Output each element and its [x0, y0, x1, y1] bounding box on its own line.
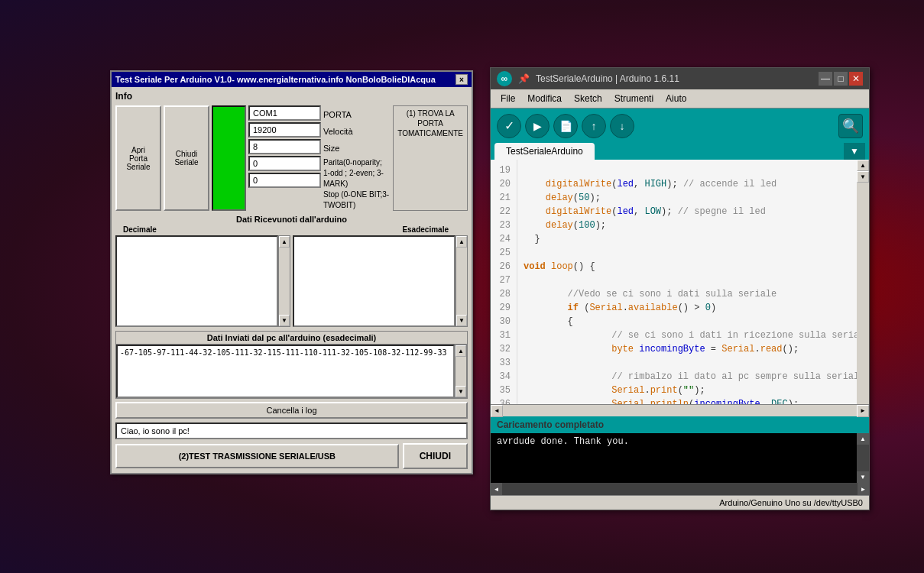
maximize-button[interactable]: □: [834, 72, 848, 86]
esadecimale-content: [293, 235, 456, 327]
size-label: Size: [323, 141, 391, 156]
code-scroll-down[interactable]: ▼: [857, 171, 869, 183]
decimale-scroll-down[interactable]: ▼: [279, 315, 290, 326]
minimize-button[interactable]: —: [819, 72, 832, 86]
dati-ricevuti-header: Dati Ricevunoti dall'arduino: [115, 215, 468, 224]
parity-text: Parita(0-noparity; 1-odd ; 2-even; 3-MAR…: [323, 157, 391, 189]
line-numbers: 19 20 21 22 23 24 25 26 27 28 29 30 31 3…: [491, 160, 517, 404]
arduino-toolbar: ✓ ▶ 📄 ↑ ↓ 🔍: [491, 108, 869, 143]
h-scroll-track: [503, 405, 857, 416]
new-button[interactable]: 📄: [553, 114, 578, 138]
sent-data-content: -67-105-97-111-44-32-105-111-32-115-111-…: [116, 345, 455, 398]
pin-icon: 📌: [518, 73, 530, 84]
sent-data-scrollbar[interactable]: ▲ ▼: [455, 345, 467, 398]
console-wrapper: avrdude done. Thank you. ▲ ▼ ◄ ►: [491, 433, 869, 495]
chiudi-button[interactable]: CHIUDI: [403, 443, 468, 469]
window-controls: — □ ✕: [819, 72, 863, 86]
esadecimale-scroll-up[interactable]: ▲: [456, 236, 467, 248]
top-section: Apri Porta Seriale Chiudi Seriale PORTA …: [115, 105, 468, 211]
menu-strumenti[interactable]: Strumenti: [608, 91, 660, 106]
h-scroll-left[interactable]: ◄: [491, 405, 503, 417]
code-content[interactable]: digitalWrite(led, HIGH); // accende il l…: [517, 160, 857, 404]
dati-inviati-section: Dati Inviati dal pc all'arduino (esadeci…: [115, 331, 468, 399]
tab-test-seriale[interactable]: TestSerialeArduino: [494, 143, 595, 160]
left-window: Test Seriale Per Arduino V1.0- www.energ…: [110, 70, 473, 474]
open-button[interactable]: ↑: [582, 114, 606, 138]
console-scroll-up[interactable]: ▲: [857, 433, 869, 445]
left-window-close-button[interactable]: ×: [456, 74, 468, 85]
port-field[interactable]: [248, 105, 321, 121]
tab-dropdown[interactable]: ▼: [844, 143, 865, 160]
decimale-label: Decimale: [123, 225, 157, 234]
console-scroll-down[interactable]: ▼: [857, 471, 869, 483]
esadecimale-label: Esadecimale: [402, 225, 449, 234]
menu-modifica[interactable]: Modifica: [521, 91, 568, 106]
console-h-right[interactable]: ►: [858, 483, 869, 495]
parity-field[interactable]: [248, 156, 321, 171]
status-bar: Caricamento completato: [491, 416, 869, 433]
stop-field[interactable]: [248, 173, 321, 188]
info-label: Info: [115, 91, 468, 102]
arduino-title: TestSerialeArduino | Arduino 1.6.11: [536, 73, 679, 84]
code-editor: 19 20 21 22 23 24 25 26 27 28 29 30 31 3…: [491, 160, 869, 404]
bottom-buttons: (2)TEST TRASMISSIONE SERIALE/USB CHIUDI: [115, 443, 468, 469]
input-row: [115, 422, 468, 439]
verify-button[interactable]: ✓: [497, 114, 521, 138]
labels-column: PORTA Velocità Size Parita(0-noparity; 1…: [323, 105, 391, 211]
message-input[interactable]: [115, 422, 468, 439]
trova-box[interactable]: (1) TROVA LA PORTA TOMATICAMENTE: [393, 105, 468, 211]
parity-section: Parita(0-noparity; 1-odd ; 2-even; 3-MAR…: [323, 157, 391, 211]
cancella-log-button[interactable]: Cancella i log: [115, 402, 468, 419]
stop-text: Stop (0-ONE BIT;3-TWOBIT): [323, 189, 391, 211]
baud-field[interactable]: [248, 122, 321, 138]
green-indicator: [212, 105, 246, 211]
dati-ricevuti-section: Dati Ricevunoti dall'arduino Decimale Es…: [115, 215, 468, 327]
menu-sketch[interactable]: Sketch: [568, 91, 608, 106]
esadecimale-scrollbox: ▲ ▼: [293, 235, 468, 327]
console-area: avrdude done. Thank you.: [491, 433, 857, 483]
arduino-titlebar: ∞ 📌 TestSerialeArduino | Arduino 1.6.11 …: [491, 68, 869, 89]
decimale-scrollbox: ▲ ▼: [115, 235, 290, 327]
chiudi-seriale-button[interactable]: Chiudi Seriale: [164, 105, 209, 211]
console-h-left[interactable]: ◄: [491, 483, 502, 495]
left-window-body: Info Apri Porta Seriale Chiudi Seriale P…: [112, 87, 472, 473]
size-field[interactable]: [248, 139, 321, 154]
console-scrollbar[interactable]: ▲ ▼: [857, 433, 869, 483]
decimale-scrollbar[interactable]: ▲ ▼: [278, 235, 290, 327]
decimale-content: [115, 235, 278, 327]
save-button[interactable]: ↓: [610, 114, 634, 138]
velocita-label: Velocità: [323, 124, 391, 139]
menu-file[interactable]: File: [494, 91, 521, 106]
status-text: Caricamento completato: [497, 419, 604, 430]
code-scroll-up[interactable]: ▲: [857, 160, 869, 171]
upload-button[interactable]: ▶: [525, 114, 550, 138]
arduino-ide-window: ∞ 📌 TestSerialeArduino | Arduino 1.6.11 …: [490, 67, 870, 510]
porta-label: PORTA: [323, 107, 391, 122]
sent-scroll-down[interactable]: ▼: [456, 386, 466, 397]
esadecimale-scrollbar[interactable]: ▲ ▼: [456, 235, 468, 327]
apri-porta-button[interactable]: Apri Porta Seriale: [115, 105, 161, 211]
code-vertical-scrollbar[interactable]: ▲ ▼: [857, 160, 869, 404]
arduino-logo: ∞: [497, 71, 512, 86]
sent-scroll-up[interactable]: ▲: [456, 345, 466, 357]
horizontal-scrollbar[interactable]: ◄ ►: [491, 404, 869, 416]
arduino-close-button[interactable]: ✕: [849, 72, 863, 86]
arduino-menubar: File Modifica Sketch Strumenti Aiuto: [491, 89, 869, 108]
left-window-title: Test Seriale Per Arduino V1.0- www.energ…: [115, 75, 436, 84]
bottom-status-bar: Arduino/Genuino Uno su /dev/ttyUSB0: [491, 495, 869, 510]
h-scroll-right[interactable]: ►: [857, 405, 869, 417]
esadecimale-scroll-down[interactable]: ▼: [456, 315, 467, 326]
dati-inviati-header: Dati Inviati dal pc all'arduino (esadeci…: [116, 332, 467, 345]
menu-aiuto[interactable]: Aiuto: [660, 91, 692, 106]
left-window-titlebar: Test Seriale Per Arduino V1.0- www.energ…: [112, 72, 472, 87]
decimale-scroll-up[interactable]: ▲: [279, 236, 290, 248]
console-text: avrdude done. Thank you.: [497, 436, 851, 447]
console-h-scrollbar[interactable]: ◄ ►: [491, 483, 869, 495]
fields-column: [248, 105, 321, 211]
serial-monitor-button[interactable]: 🔍: [838, 114, 863, 138]
test-trasmissione-button[interactable]: (2)TEST TRASMISSIONE SERIALE/USB: [115, 444, 399, 468]
tab-bar: TestSerialeArduino ▼: [491, 143, 869, 160]
board-status: Arduino/Genuino Uno su /dev/ttyUSB0: [719, 498, 863, 507]
